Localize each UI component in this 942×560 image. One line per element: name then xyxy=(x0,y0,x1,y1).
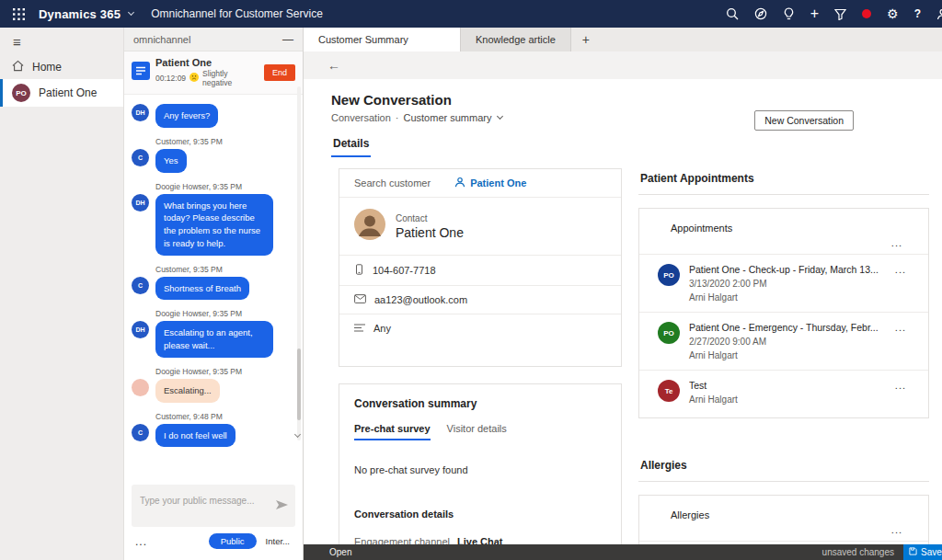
chat-timer: 00:12:09 xyxy=(155,74,186,83)
form-selector[interactable]: Customer summary xyxy=(404,112,492,123)
message-avatar xyxy=(132,379,149,396)
phone-field[interactable]: 104-607-7718 xyxy=(339,256,621,286)
record-form: New Conversation Conversation · Customer… xyxy=(304,79,942,560)
prechat-empty-message: No pre-chat survey found xyxy=(354,464,606,475)
appointment-avatar: PO xyxy=(658,264,680,286)
allergies-heading: Allergies xyxy=(638,455,929,482)
send-icon[interactable] xyxy=(275,499,289,510)
appointments-list-title: Appointments xyxy=(639,218,928,234)
chat-message: Customer, 9:35 PM C Shortness of Breath xyxy=(132,265,284,301)
message-avatar: C xyxy=(132,424,149,441)
help-icon[interactable]: ? xyxy=(914,7,921,20)
message-bubble: Yes xyxy=(155,149,187,173)
account-icon[interactable] xyxy=(936,8,942,20)
new-conversation-button[interactable]: New Conversation xyxy=(754,110,854,131)
option-field[interactable]: Any xyxy=(339,314,621,342)
message-input[interactable] xyxy=(140,496,273,506)
chevron-down-icon[interactable] xyxy=(128,9,134,16)
email-icon xyxy=(354,294,366,305)
minimize-icon[interactable]: — xyxy=(282,33,293,46)
filter-icon[interactable] xyxy=(834,8,846,20)
hamburger-icon[interactable]: ≡ xyxy=(0,28,34,54)
scrollbar-thumb[interactable] xyxy=(297,349,301,420)
chat-panel-header: omnichannel — xyxy=(124,28,303,51)
internal-tab[interactable]: Inter... xyxy=(266,536,290,546)
allergies-overflow-icon[interactable]: ... xyxy=(639,520,928,542)
message-avatar: DH xyxy=(132,104,149,121)
appointment-row[interactable]: Te Test Arni Halgart ... xyxy=(639,371,928,414)
search-icon[interactable] xyxy=(726,7,739,20)
tab-prechat-survey[interactable]: Pre-chat survey xyxy=(354,423,431,440)
chevron-down-icon[interactable] xyxy=(497,113,503,120)
row-overflow-icon[interactable]: ... xyxy=(895,380,915,391)
appointment-row[interactable]: PO Patient One - Check-up - Friday, Marc… xyxy=(639,255,928,313)
settings-gear-icon[interactable]: ⚙ xyxy=(887,7,899,20)
tab-visitor-details[interactable]: Visitor details xyxy=(447,423,507,440)
allergies-list-title: Allergies xyxy=(639,505,928,520)
phone-icon xyxy=(354,264,364,277)
message-avatar: DH xyxy=(132,321,149,338)
save-button[interactable]: Save xyxy=(903,544,942,560)
home-icon xyxy=(12,60,24,74)
contact-photo-avatar[interactable] xyxy=(354,209,385,244)
row-overflow-icon[interactable]: ... xyxy=(895,264,915,275)
chat-message: DH Any fevers? xyxy=(132,104,284,128)
chat-message: Customer, 9:48 PM C I do not feel well xyxy=(132,412,284,448)
message-bubble: Any fevers? xyxy=(155,104,218,128)
presence-indicator[interactable] xyxy=(862,9,871,18)
tab-details[interactable]: Details xyxy=(331,137,371,157)
sidebar-item-label: Patient One xyxy=(39,86,97,99)
brand-title[interactable]: Dynamics 365 xyxy=(39,7,121,21)
composer-overflow-icon[interactable]: ... xyxy=(135,535,147,548)
add-tab-button[interactable]: + xyxy=(571,28,601,51)
linked-customer-link[interactable]: Patient One xyxy=(454,177,526,189)
record-header: New Conversation Conversation · Customer… xyxy=(304,79,942,157)
appointment-avatar: Te xyxy=(658,380,680,402)
quick-create-plus-icon[interactable]: + xyxy=(810,6,819,21)
conversation-summary-title: Conversation summary xyxy=(354,397,606,410)
chat-message: Doogie Howser, 9:35 PM DH Escalating to … xyxy=(132,309,284,358)
app-launcher-icon[interactable] xyxy=(7,5,30,24)
tab-knowledge-article[interactable]: Knowledge article xyxy=(460,28,571,51)
chat-scrollbar[interactable] xyxy=(297,86,301,440)
end-session-button[interactable]: End xyxy=(264,64,295,81)
entity-label: Conversation xyxy=(331,112,391,123)
lightbulb-icon[interactable] xyxy=(783,7,795,20)
message-bubble: Escalating to an agent, please wait... xyxy=(155,321,273,358)
message-avatar: C xyxy=(132,149,149,166)
public-tab[interactable]: Public xyxy=(209,533,257,549)
contact-icon xyxy=(454,177,465,189)
contact-name[interactable]: Patient One xyxy=(396,225,464,240)
sidebar-item-home[interactable]: Home xyxy=(0,54,123,79)
contact-type-label: Contact xyxy=(396,213,464,223)
patient-appointments-heading: Patient Appointments xyxy=(638,168,929,195)
chat-panel-title: omnichannel xyxy=(133,34,190,45)
appointments-card: Appointments ... PO Patient One - Check-… xyxy=(638,208,929,418)
sentiment-label: Slightly negative xyxy=(202,69,258,87)
appointment-row[interactable]: PO Patient One - Emergency - Thursday, F… xyxy=(639,313,928,371)
form-body: Search customer Patient One xyxy=(304,157,942,560)
message-composer[interactable] xyxy=(132,485,295,527)
message-bubble: I do not feel well xyxy=(155,424,236,448)
conversation-details-heading: Conversation details xyxy=(354,509,606,520)
back-arrow-icon[interactable]: ← xyxy=(327,58,340,73)
session-avatar: PO xyxy=(12,84,30,102)
left-sidebar: ≡ Home PO Patient One xyxy=(0,28,124,560)
tab-customer-summary[interactable]: Customer Summary xyxy=(304,28,460,51)
appointments-overflow-icon[interactable]: ... xyxy=(639,234,928,255)
list-icon xyxy=(354,323,365,334)
save-icon xyxy=(909,547,917,557)
chat-message-list[interactable]: DH Any fevers? Customer, 9:35 PM C Yes D… xyxy=(124,95,303,479)
unsaved-changes-label: unsaved changes xyxy=(822,547,894,557)
app-window: Dynamics 365 Omnichannel for Customer Se… xyxy=(0,0,942,560)
chat-message: Doogie Howser, 9:35 PM DH What brings yo… xyxy=(132,182,284,256)
app-name[interactable]: Omnichannel for Customer Service xyxy=(151,7,323,20)
sidebar-item-session-patient-one[interactable]: PO Patient One xyxy=(0,79,123,107)
record-status-bar: Open unsaved changes Save xyxy=(304,544,942,560)
message-bubble: Escalating... xyxy=(155,379,220,403)
record-toolbar: ← xyxy=(304,51,942,79)
composer-footer: ... Public Inter... xyxy=(124,531,303,560)
email-field[interactable]: aa123@outlook.com xyxy=(339,286,621,314)
compass-icon[interactable] xyxy=(754,7,767,20)
row-overflow-icon[interactable]: ... xyxy=(895,322,915,333)
